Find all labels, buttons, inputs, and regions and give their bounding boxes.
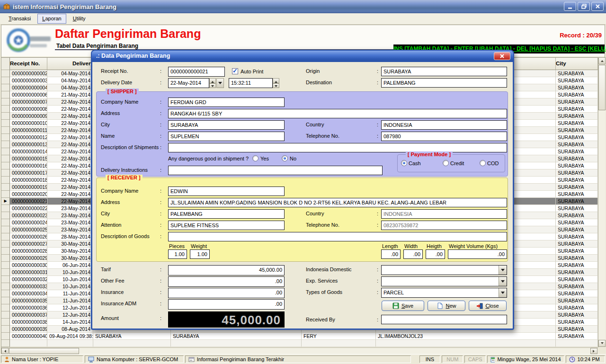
received-by-input[interactable] bbox=[381, 315, 507, 324]
grid-cell: 22-May-2014 bbox=[47, 106, 93, 113]
length-input[interactable]: .00 bbox=[381, 249, 401, 259]
grid-cell: 0000000000023 bbox=[10, 212, 47, 219]
delivery-instructions-input[interactable] bbox=[168, 166, 383, 175]
receiver-address-input[interactable]: JL.SULAIMAN AMIN KOMP.GADING MANSION BLO… bbox=[168, 198, 507, 207]
package-icon bbox=[3, 3, 10, 11]
scroll-down-button[interactable] bbox=[598, 340, 606, 347]
receipt-no-input[interactable]: 0000000000021 bbox=[168, 67, 225, 77]
shipper-name-input[interactable]: SUPLEMEN bbox=[168, 132, 285, 141]
types-of-goods-combo[interactable]: PARCEL bbox=[381, 288, 507, 298]
receiver-attention-input[interactable]: SUPLEME FITNESS bbox=[168, 221, 285, 230]
delivery-time-input[interactable]: 15:32:11 bbox=[229, 78, 273, 88]
grid-cell: 11-Jun-2014 bbox=[47, 297, 93, 304]
goods-description-input[interactable] bbox=[168, 232, 507, 241]
grid-cell: 22-May-2014 bbox=[47, 148, 93, 155]
origin-input[interactable]: SURABAYA bbox=[381, 67, 507, 76]
shipper-country-input[interactable]: INDONESIA bbox=[381, 120, 507, 130]
width-input[interactable]: .00 bbox=[403, 249, 423, 259]
dialog-titlebar[interactable]: .: Data Pengiriman Barang bbox=[92, 51, 513, 62]
status-date-panel: Minggu Wage, 25 Mei 2014 bbox=[487, 355, 564, 363]
restore-button[interactable] bbox=[578, 2, 590, 11]
grid-header-receipt[interactable]: Receipt No. bbox=[10, 58, 47, 70]
horizontal-scrollbar[interactable] bbox=[1, 347, 598, 355]
indonesia-domestic-combo[interactable] bbox=[381, 265, 507, 275]
menu-transaksi[interactable]: Transaksi bbox=[4, 14, 36, 24]
height-input[interactable]: .00 bbox=[426, 249, 445, 259]
exp-services-label: Exp. Services bbox=[306, 278, 338, 284]
receiver-company-input[interactable]: EDWIN bbox=[168, 186, 285, 196]
dangerous-yes-radio[interactable] bbox=[252, 155, 258, 161]
new-button[interactable]: New bbox=[428, 301, 465, 311]
date-spinner[interactable] bbox=[209, 78, 216, 88]
grid-cell: 0000000000006 bbox=[10, 91, 47, 98]
minimize-button[interactable] bbox=[564, 2, 576, 11]
insurance-adm-input[interactable]: .00 bbox=[168, 299, 285, 310]
grid-cell: 10-Jun-2014 bbox=[47, 283, 93, 290]
destination-label: Destination bbox=[306, 80, 332, 85]
exp-services-combo[interactable] bbox=[381, 276, 507, 286]
shipper-company-input[interactable]: FERDIAN GRD bbox=[168, 98, 285, 107]
auto-print-checkbox[interactable] bbox=[232, 68, 238, 74]
destination-input[interactable]: PALEMBANG bbox=[381, 78, 507, 88]
grid-cell: 28-May-2014 bbox=[47, 233, 93, 240]
grid-cell: 30-May-2014 bbox=[47, 255, 93, 262]
combo-dropdown-icon[interactable] bbox=[499, 277, 507, 286]
vertical-scrollbar[interactable] bbox=[598, 57, 606, 347]
grid-cell: SURABAYA bbox=[93, 333, 171, 340]
shipper-description-input[interactable] bbox=[168, 143, 507, 152]
receiver-country-input[interactable]: INDONESIA bbox=[381, 209, 507, 219]
receiver-company-label: Company Name bbox=[101, 188, 138, 194]
grid-cell: SURABAYA bbox=[556, 106, 598, 113]
pieces-input[interactable]: 1.00 bbox=[168, 249, 187, 259]
grid-cell: 0000000000034 bbox=[10, 290, 47, 297]
grid-cell bbox=[1, 311, 10, 319]
close-button[interactable] bbox=[591, 2, 604, 11]
receiver-telephone-input[interactable]: 082307539872 bbox=[381, 221, 507, 230]
time-spinner[interactable] bbox=[273, 78, 279, 88]
shipper-city-input[interactable]: SURABAYA bbox=[168, 120, 285, 130]
grid-cell: SURABAYA bbox=[556, 77, 598, 84]
scroll-left-button[interactable] bbox=[1, 348, 9, 354]
grid-cell: 0000000000010 bbox=[10, 120, 47, 127]
combo-dropdown-icon[interactable] bbox=[499, 266, 507, 275]
grid-row[interactable] bbox=[1, 340, 598, 347]
payment-cash-radio[interactable] bbox=[401, 160, 407, 166]
receiver-city-input[interactable]: PALEMBANG bbox=[168, 209, 285, 219]
other-fee-input[interactable]: .00 bbox=[168, 276, 285, 287]
weight-volume-input[interactable]: .00 bbox=[448, 249, 507, 259]
grid-cell: SURABAYA bbox=[556, 248, 598, 255]
delivery-date-input[interactable]: 22-May-2014 bbox=[168, 78, 209, 88]
vertical-scroll-thumb[interactable] bbox=[598, 65, 606, 110]
horizontal-scroll-thumb[interactable] bbox=[9, 348, 79, 354]
grid-cell: 22-May-2014 bbox=[47, 198, 93, 205]
scroll-right-button[interactable] bbox=[590, 348, 597, 354]
grid-cell: SURABAYA bbox=[556, 162, 598, 169]
payment-credit-radio[interactable] bbox=[443, 160, 449, 166]
save-button[interactable]: Save bbox=[382, 301, 424, 311]
grid-cell: SURABAYA bbox=[556, 134, 598, 141]
scroll-up-button[interactable] bbox=[598, 57, 606, 64]
grid-cell bbox=[302, 340, 376, 347]
shipper-telephone-input[interactable]: 087980 bbox=[381, 132, 507, 141]
grid-row[interactable]: 000000000004009-Aug-2014 09:38:08SURABAY… bbox=[1, 333, 598, 340]
grid-header-delivery-date[interactable]: Delivery Date bbox=[47, 58, 93, 70]
combo-dropdown-icon[interactable] bbox=[499, 288, 507, 297]
payment-cod-radio[interactable] bbox=[480, 160, 486, 166]
close-dialog-button[interactable]: Close bbox=[469, 301, 507, 311]
dangerous-no-radio[interactable] bbox=[282, 155, 288, 161]
dialog-close-button[interactable] bbox=[494, 52, 510, 60]
shipper-address-input[interactable]: RANGKAH 6/115 SBY bbox=[168, 109, 507, 118]
tarif-input[interactable]: 45,000.00 bbox=[168, 265, 285, 275]
grid-header-city[interactable]: City bbox=[556, 58, 598, 70]
menu-utility[interactable]: Utility bbox=[68, 14, 90, 24]
grid-cell: SURABAYA bbox=[556, 198, 598, 205]
grid-cell: 22-May-2014 bbox=[47, 191, 93, 198]
weight-input[interactable]: 1.00 bbox=[190, 249, 210, 259]
insurance-input[interactable]: .00 bbox=[168, 288, 285, 298]
grid-cell bbox=[1, 106, 10, 113]
date-dropdown-button[interactable] bbox=[216, 78, 224, 88]
grid-cell bbox=[1, 191, 10, 198]
menu-laporan[interactable]: Laporan bbox=[37, 14, 66, 24]
delivery-instructions-label: Delivery Instructions bbox=[101, 167, 148, 173]
grid-cell: 0000000000028 bbox=[10, 248, 47, 255]
